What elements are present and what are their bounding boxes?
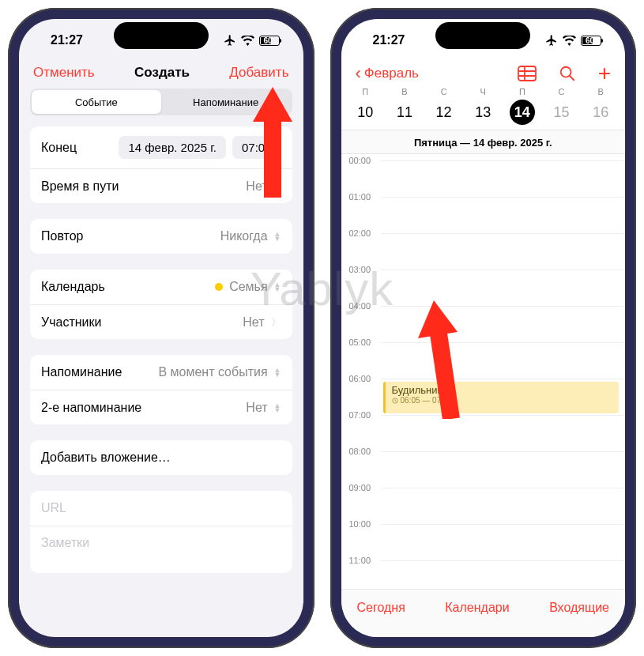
group-time: Конец 14 февр. 2025 г. 07:05 Время в пут… [30,126,292,203]
full-date-header: Пятница — 14 февр. 2025 г. [341,130,626,154]
hour-line [381,270,626,270]
url-placeholder: URL [41,501,66,515]
day-name: П [346,87,386,96]
hour-label: 02:00 [349,228,371,238]
cancel-button[interactable]: Отменить [33,65,95,81]
status-time: 21:27 [51,33,83,47]
row-travel-time[interactable]: Время в пути Нет▲▼ [30,168,292,203]
day-column[interactable]: В11 [385,87,424,125]
updown-icon: ▲▼ [274,282,281,292]
battery-icon: 60 [581,36,601,46]
hour-line [381,197,626,198]
group-notes: URL Заметки [30,491,292,573]
repeat-value: Никогда [220,229,268,243]
list-view-icon[interactable] [518,66,537,81]
event-block[interactable]: Будильник 06:05 — 07:05 [383,382,620,413]
nav-bar: Отменить Создать Добавить [19,62,303,89]
wifi-icon [241,36,254,46]
day-column[interactable]: С15 [542,87,582,125]
hour-label: 05:00 [349,337,371,347]
hour-label: 10:00 [349,519,371,529]
day-number[interactable]: 14 [510,100,535,125]
hour-label: 03:00 [349,265,371,274]
group-calendar: Календарь Семья▲▼ Участники Нет〉 [30,270,292,339]
day-name: С [424,87,464,96]
day-name: В [385,87,424,96]
row-repeat[interactable]: Повтор Никогда▲▼ [30,219,292,254]
calendars-button[interactable]: Календари [445,601,509,615]
day-column[interactable]: Ч13 [463,87,503,125]
calendar-nav: ‹ Февраль + [341,62,626,87]
day-number[interactable]: 12 [431,100,457,125]
day-number[interactable]: 15 [549,100,574,125]
back-button[interactable]: ‹ Февраль [356,63,419,84]
battery-icon: 60 [259,36,280,46]
participants-label: Участники [41,315,101,330]
hour-label: 04:00 [349,301,371,311]
calendar-label: Календарь [41,280,105,294]
hour-line [381,451,626,452]
clock-icon [392,398,398,404]
day-column[interactable]: С12 [424,87,464,125]
hour-line [381,560,626,561]
end-date[interactable]: 14 февр. 2025 г. [119,136,226,159]
segmented-control[interactable]: Событие Напоминание [30,89,292,115]
week-row: П10В11С12Ч13П14С15В16 [341,87,626,130]
calendar-color-dot [215,283,223,291]
row-url[interactable]: URL [30,491,292,526]
event-time: 06:05 — 07:05 [392,396,613,405]
hour-line [381,342,626,343]
updown-icon: ▲▼ [274,403,281,413]
airplane-icon [224,34,236,47]
row-calendar[interactable]: Календарь Семья▲▼ [30,270,292,304]
add-event-icon[interactable]: + [598,66,611,81]
svg-line-5 [569,76,574,81]
back-label: Февраль [364,66,419,81]
day-name: П [503,87,542,96]
group-repeat: Повтор Никогда▲▼ [30,219,292,254]
add-button[interactable]: Добавить [229,65,288,81]
hour-line [381,524,626,525]
group-alerts: Напоминание В момент события▲▼ 2-е напом… [30,355,292,424]
event-title: Будильник [392,384,613,396]
end-time[interactable]: 07:05 [232,136,281,159]
attachment-label: Добавить вложение… [41,451,171,465]
row-end[interactable]: Конец 14 февр. 2025 г. 07:05 [30,126,292,168]
alert2-value: Нет [246,401,267,415]
day-column[interactable]: П14 [503,87,542,125]
day-column[interactable]: В16 [581,87,620,125]
row-alert2[interactable]: 2-е напоминание Нет▲▼ [30,390,292,424]
group-attachment: Добавить вложение… [30,440,292,475]
nav-title: Создать [134,65,190,81]
day-number[interactable]: 11 [392,100,417,125]
alert-value: В момент события [158,365,267,379]
hour-label: 07:00 [349,410,371,420]
day-column[interactable]: П10 [346,87,386,125]
updown-icon: ▲▼ [274,182,281,191]
chevron-left-icon: ‹ [356,63,361,84]
inbox-button[interactable]: Входящие [549,601,609,615]
day-number[interactable]: 16 [588,100,613,125]
search-icon[interactable] [559,65,576,82]
row-notes[interactable]: Заметки [30,526,292,573]
timeline[interactable]: Будильник 06:05 — 07:05 00:0001:0002:000… [341,154,626,589]
dynamic-island [114,22,209,49]
today-button[interactable]: Сегодня [357,601,405,615]
hour-line [381,379,626,379]
row-attachment[interactable]: Добавить вложение… [30,440,292,475]
hour-line [381,488,626,488]
day-number[interactable]: 10 [352,100,378,125]
row-participants[interactable]: Участники Нет〉 [30,304,292,339]
segment-reminder[interactable]: Напоминание [161,90,291,114]
dynamic-island [435,22,530,49]
updown-icon: ▲▼ [274,368,281,377]
notes-placeholder: Заметки [41,536,89,550]
row-alert[interactable]: Напоминание В момент события▲▼ [30,355,292,390]
participants-value: Нет [243,315,264,330]
phone-right: 21:27 60 ‹ Февраль + П10В11С12Ч13 [330,8,637,648]
day-name: Ч [463,87,503,96]
status-time: 21:27 [373,33,405,47]
day-number[interactable]: 13 [470,100,495,125]
bottom-toolbar: Сегодня Календари Входящие [341,589,626,637]
segment-event[interactable]: Событие [32,90,161,114]
